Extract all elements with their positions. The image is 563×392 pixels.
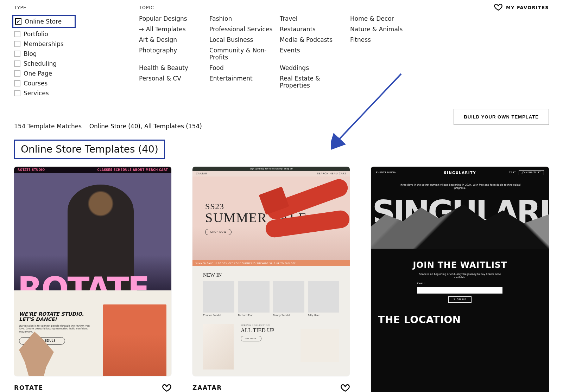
type-filter-courses[interactable]: Courses [14,78,76,88]
type-filter-label: Services [24,90,49,97]
topic-link-media-podcasts[interactable]: Media & Podcasts [280,36,350,43]
topic-link-health-beauty[interactable]: Health & Beauty [139,64,209,71]
all-templates-count-link[interactable]: All Templates (154) [144,123,202,130]
template-preview: ROTATE STUDIOCLASSES SCHEDULE ABOUT MERC… [14,167,171,376]
topic-link-art-design[interactable]: Art & Design [139,36,209,43]
topic-link-photography[interactable]: Photography [139,47,209,61]
template-title: ROTATE [14,384,43,391]
checkbox-icon [14,31,20,37]
type-filter-column: TYPE ✔Online StorePortfolioMembershipsBl… [14,5,76,98]
type-filter-services[interactable]: Services [14,88,76,98]
type-filter-one-page[interactable]: One Page [14,69,76,78]
topic-link-events[interactable]: Events [280,47,350,61]
topic-link-local-business[interactable]: Local Business [209,36,280,43]
template-card-zaatar[interactable]: Sign up today for free shipping! Shop of… [192,167,350,392]
type-filter-label: One Page [24,70,52,77]
type-filter-label: Scheduling [24,60,57,67]
topic-link-community-non-profits[interactable]: Community & Non-Profits [209,47,280,61]
checkbox-icon [14,70,20,77]
type-filter-online-store[interactable]: ✔Online Store [12,15,76,28]
section-heading: Online Store Templates (40) [14,140,165,159]
type-filter-label: Blog [24,50,37,57]
topic-link-popular-designs[interactable]: Popular Designs [139,15,209,22]
checkbox-icon: ✔ [15,18,21,25]
favorite-button[interactable] [162,383,171,392]
topic-link-home-decor[interactable]: Home & Decor [350,15,420,22]
heart-icon [494,3,502,12]
favorites-label: MY FAVORITES [506,5,549,10]
checkbox-icon [14,60,20,67]
topic-label: TOPIC [139,5,420,10]
topic-link-entertainment[interactable]: Entertainment [209,75,280,89]
checkbox-icon [14,90,20,96]
topic-link-fashion[interactable]: Fashion [209,15,280,22]
topic-link-fitness[interactable]: Fitness [350,36,420,43]
topic-link-nature-animals[interactable]: Nature & Animals [350,26,420,33]
template-title: ZAATAR [192,384,222,391]
type-filter-label: Memberships [24,40,64,47]
topic-link-weddings[interactable]: Weddings [280,64,350,71]
type-filter-memberships[interactable]: Memberships [14,39,76,49]
checkbox-icon [14,80,20,86]
topic-link-travel[interactable]: Travel [280,15,350,22]
template-card-rotate[interactable]: ROTATE STUDIOCLASSES SCHEDULE ABOUT MERC… [14,167,171,392]
template-preview: EVENTS MEDIA SINGULARITY CART JOIN WAITL… [371,167,549,392]
checkbox-icon [14,51,20,57]
my-favorites-link[interactable]: MY FAVORITES [494,3,549,12]
topic-link-professional-services[interactable]: Professional Services [209,26,280,33]
filter-area: TYPE ✔Online StorePortfolioMembershipsBl… [14,0,549,98]
type-filter-blog[interactable]: Blog [14,49,76,59]
type-filter-label: Online Store [25,18,62,25]
build-own-template-button[interactable]: BUILD YOUR OWN TEMPLATE [454,109,549,125]
template-card-singularity[interactable]: EVENTS MEDIA SINGULARITY CART JOIN WAITL… [371,167,549,392]
template-cards: ROTATE STUDIOCLASSES SCHEDULE ABOUT MERC… [14,167,549,392]
checkbox-icon [14,41,20,47]
type-filter-portfolio[interactable]: Portfolio [14,29,76,39]
favorite-button[interactable] [341,383,350,392]
template-preview: Sign up today for free shipping! Shop of… [192,167,350,376]
topic-link-restaurants[interactable]: Restaurants [280,26,350,33]
matches-count: 154 Template Matches [14,123,82,130]
type-filter-scheduling[interactable]: Scheduling [14,59,76,69]
type-filter-label: Courses [24,80,48,87]
topic-link-personal-cv[interactable]: Personal & CV [139,75,209,89]
topic-filter-column: TOPIC Popular DesignsFashionTravelHome &… [139,5,420,98]
topic-link-food[interactable]: Food [209,64,280,71]
type-label: TYPE [14,5,76,10]
online-store-count-link[interactable]: Online Store (40) [89,123,140,130]
type-filter-label: Portfolio [24,31,48,38]
topic-link-real-estate-properties[interactable]: Real Estate & Properties [280,75,350,89]
topic-link-all-templates[interactable]: All Templates [139,26,209,33]
